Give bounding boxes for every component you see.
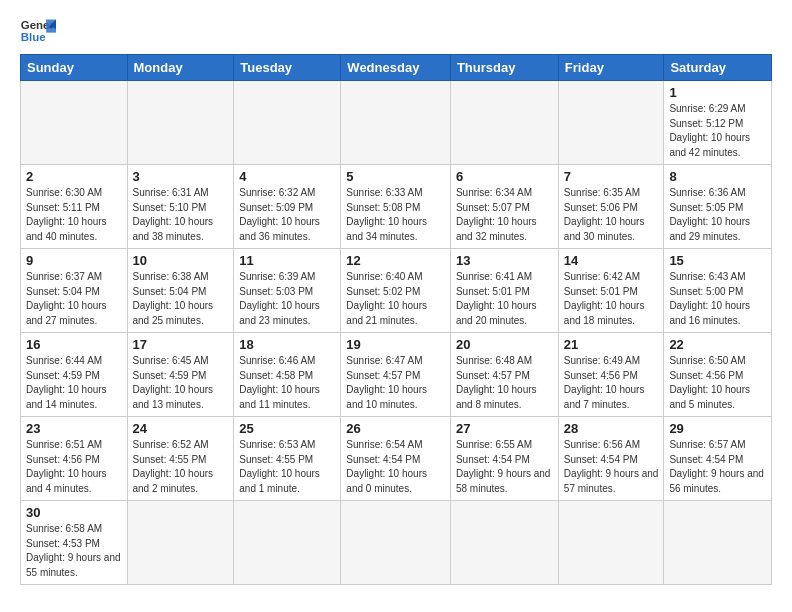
day-info: Sunrise: 6:40 AM Sunset: 5:02 PM Dayligh… (346, 270, 445, 328)
day-info: Sunrise: 6:46 AM Sunset: 4:58 PM Dayligh… (239, 354, 335, 412)
calendar-day-cell (127, 81, 234, 165)
calendar-day-cell (21, 81, 128, 165)
day-info: Sunrise: 6:38 AM Sunset: 5:04 PM Dayligh… (133, 270, 229, 328)
calendar-week-6: 30Sunrise: 6:58 AM Sunset: 4:53 PM Dayli… (21, 501, 772, 585)
calendar-day-cell (127, 501, 234, 585)
day-info: Sunrise: 6:29 AM Sunset: 5:12 PM Dayligh… (669, 102, 766, 160)
day-info: Sunrise: 6:54 AM Sunset: 4:54 PM Dayligh… (346, 438, 445, 496)
day-info: Sunrise: 6:35 AM Sunset: 5:06 PM Dayligh… (564, 186, 659, 244)
day-info: Sunrise: 6:57 AM Sunset: 4:54 PM Dayligh… (669, 438, 766, 496)
calendar-day-cell: 19Sunrise: 6:47 AM Sunset: 4:57 PM Dayli… (341, 333, 451, 417)
logo: General Blue (20, 16, 56, 46)
day-info: Sunrise: 6:48 AM Sunset: 4:57 PM Dayligh… (456, 354, 553, 412)
day-number: 15 (669, 253, 766, 268)
day-number: 2 (26, 169, 122, 184)
day-info: Sunrise: 6:41 AM Sunset: 5:01 PM Dayligh… (456, 270, 553, 328)
weekday-header-monday: Monday (127, 55, 234, 81)
day-info: Sunrise: 6:51 AM Sunset: 4:56 PM Dayligh… (26, 438, 122, 496)
calendar-day-cell: 3Sunrise: 6:31 AM Sunset: 5:10 PM Daylig… (127, 165, 234, 249)
day-number: 30 (26, 505, 122, 520)
weekday-header-wednesday: Wednesday (341, 55, 451, 81)
calendar-day-cell: 16Sunrise: 6:44 AM Sunset: 4:59 PM Dayli… (21, 333, 128, 417)
day-info: Sunrise: 6:56 AM Sunset: 4:54 PM Dayligh… (564, 438, 659, 496)
day-number: 4 (239, 169, 335, 184)
day-info: Sunrise: 6:55 AM Sunset: 4:54 PM Dayligh… (456, 438, 553, 496)
day-info: Sunrise: 6:34 AM Sunset: 5:07 PM Dayligh… (456, 186, 553, 244)
day-info: Sunrise: 6:45 AM Sunset: 4:59 PM Dayligh… (133, 354, 229, 412)
calendar-day-cell: 5Sunrise: 6:33 AM Sunset: 5:08 PM Daylig… (341, 165, 451, 249)
calendar-day-cell: 29Sunrise: 6:57 AM Sunset: 4:54 PM Dayli… (664, 417, 772, 501)
calendar-day-cell: 9Sunrise: 6:37 AM Sunset: 5:04 PM Daylig… (21, 249, 128, 333)
calendar-week-5: 23Sunrise: 6:51 AM Sunset: 4:56 PM Dayli… (21, 417, 772, 501)
calendar-day-cell: 27Sunrise: 6:55 AM Sunset: 4:54 PM Dayli… (450, 417, 558, 501)
day-info: Sunrise: 6:42 AM Sunset: 5:01 PM Dayligh… (564, 270, 659, 328)
calendar-day-cell: 12Sunrise: 6:40 AM Sunset: 5:02 PM Dayli… (341, 249, 451, 333)
day-info: Sunrise: 6:50 AM Sunset: 4:56 PM Dayligh… (669, 354, 766, 412)
weekday-header-sunday: Sunday (21, 55, 128, 81)
calendar-week-4: 16Sunrise: 6:44 AM Sunset: 4:59 PM Dayli… (21, 333, 772, 417)
calendar-day-cell: 8Sunrise: 6:36 AM Sunset: 5:05 PM Daylig… (664, 165, 772, 249)
calendar-day-cell: 23Sunrise: 6:51 AM Sunset: 4:56 PM Dayli… (21, 417, 128, 501)
day-number: 18 (239, 337, 335, 352)
day-number: 1 (669, 85, 766, 100)
day-info: Sunrise: 6:43 AM Sunset: 5:00 PM Dayligh… (669, 270, 766, 328)
day-number: 12 (346, 253, 445, 268)
day-number: 17 (133, 337, 229, 352)
day-info: Sunrise: 6:37 AM Sunset: 5:04 PM Dayligh… (26, 270, 122, 328)
calendar-day-cell: 28Sunrise: 6:56 AM Sunset: 4:54 PM Dayli… (558, 417, 664, 501)
day-info: Sunrise: 6:33 AM Sunset: 5:08 PM Dayligh… (346, 186, 445, 244)
day-number: 26 (346, 421, 445, 436)
calendar-day-cell (450, 501, 558, 585)
calendar-day-cell: 25Sunrise: 6:53 AM Sunset: 4:55 PM Dayli… (234, 417, 341, 501)
calendar-week-3: 9Sunrise: 6:37 AM Sunset: 5:04 PM Daylig… (21, 249, 772, 333)
day-number: 8 (669, 169, 766, 184)
calendar-day-cell: 11Sunrise: 6:39 AM Sunset: 5:03 PM Dayli… (234, 249, 341, 333)
calendar-day-cell: 24Sunrise: 6:52 AM Sunset: 4:55 PM Dayli… (127, 417, 234, 501)
day-info: Sunrise: 6:39 AM Sunset: 5:03 PM Dayligh… (239, 270, 335, 328)
day-number: 28 (564, 421, 659, 436)
header: General Blue (20, 16, 772, 46)
day-number: 13 (456, 253, 553, 268)
calendar-week-1: 1Sunrise: 6:29 AM Sunset: 5:12 PM Daylig… (21, 81, 772, 165)
day-number: 14 (564, 253, 659, 268)
day-number: 23 (26, 421, 122, 436)
calendar-week-2: 2Sunrise: 6:30 AM Sunset: 5:11 PM Daylig… (21, 165, 772, 249)
weekday-header-tuesday: Tuesday (234, 55, 341, 81)
calendar-day-cell (341, 81, 451, 165)
day-number: 25 (239, 421, 335, 436)
calendar-day-cell: 15Sunrise: 6:43 AM Sunset: 5:00 PM Dayli… (664, 249, 772, 333)
day-number: 9 (26, 253, 122, 268)
calendar-day-cell (558, 81, 664, 165)
calendar-day-cell (234, 81, 341, 165)
day-number: 27 (456, 421, 553, 436)
day-number: 19 (346, 337, 445, 352)
day-info: Sunrise: 6:49 AM Sunset: 4:56 PM Dayligh… (564, 354, 659, 412)
calendar-day-cell: 14Sunrise: 6:42 AM Sunset: 5:01 PM Dayli… (558, 249, 664, 333)
svg-text:Blue: Blue (21, 31, 46, 43)
day-number: 24 (133, 421, 229, 436)
calendar-day-cell: 21Sunrise: 6:49 AM Sunset: 4:56 PM Dayli… (558, 333, 664, 417)
calendar-day-cell: 1Sunrise: 6:29 AM Sunset: 5:12 PM Daylig… (664, 81, 772, 165)
day-info: Sunrise: 6:52 AM Sunset: 4:55 PM Dayligh… (133, 438, 229, 496)
day-info: Sunrise: 6:58 AM Sunset: 4:53 PM Dayligh… (26, 522, 122, 580)
calendar-day-cell: 22Sunrise: 6:50 AM Sunset: 4:56 PM Dayli… (664, 333, 772, 417)
calendar-day-cell: 4Sunrise: 6:32 AM Sunset: 5:09 PM Daylig… (234, 165, 341, 249)
calendar-day-cell: 20Sunrise: 6:48 AM Sunset: 4:57 PM Dayli… (450, 333, 558, 417)
day-info: Sunrise: 6:36 AM Sunset: 5:05 PM Dayligh… (669, 186, 766, 244)
calendar-day-cell: 2Sunrise: 6:30 AM Sunset: 5:11 PM Daylig… (21, 165, 128, 249)
weekday-header-saturday: Saturday (664, 55, 772, 81)
day-number: 16 (26, 337, 122, 352)
calendar-day-cell: 13Sunrise: 6:41 AM Sunset: 5:01 PM Dayli… (450, 249, 558, 333)
day-number: 7 (564, 169, 659, 184)
generalblue-logo-icon: General Blue (20, 16, 56, 46)
day-number: 21 (564, 337, 659, 352)
calendar-day-cell: 10Sunrise: 6:38 AM Sunset: 5:04 PM Dayli… (127, 249, 234, 333)
calendar-table: SundayMondayTuesdayWednesdayThursdayFrid… (20, 54, 772, 585)
calendar-day-cell (450, 81, 558, 165)
day-number: 22 (669, 337, 766, 352)
calendar-day-cell (341, 501, 451, 585)
day-number: 5 (346, 169, 445, 184)
day-info: Sunrise: 6:47 AM Sunset: 4:57 PM Dayligh… (346, 354, 445, 412)
calendar-day-cell: 17Sunrise: 6:45 AM Sunset: 4:59 PM Dayli… (127, 333, 234, 417)
weekday-header-row: SundayMondayTuesdayWednesdayThursdayFrid… (21, 55, 772, 81)
